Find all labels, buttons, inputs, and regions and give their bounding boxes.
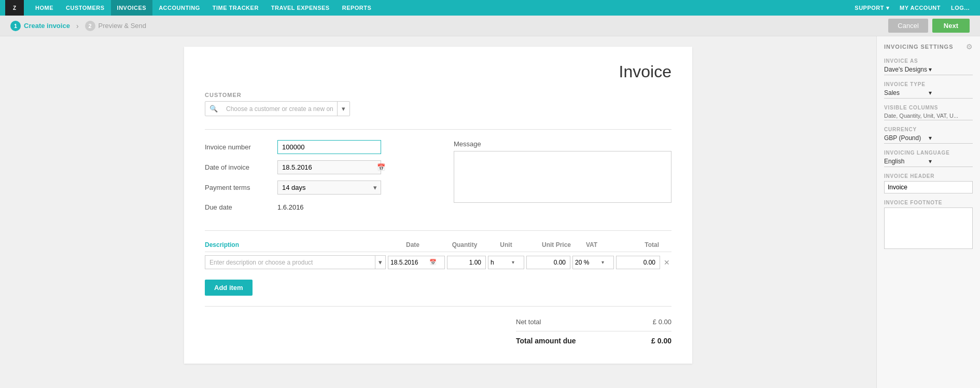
sidebar-invoice-as-arrow: ▾ xyxy=(929,66,973,73)
divider-1 xyxy=(205,129,671,130)
sidebar-currency-label: CURRENCY xyxy=(884,127,973,132)
divider-2 xyxy=(205,230,671,231)
col-header-quantity: Quantity xyxy=(441,241,488,248)
nav-travel-expenses[interactable]: TRAVEL EXPENSES xyxy=(265,0,336,16)
line-item-qty-input[interactable] xyxy=(447,256,486,269)
invoice-number-row: Invoice number xyxy=(205,140,423,154)
customer-section-label: CUSTOMER xyxy=(205,92,671,98)
step-1-number: 1 xyxy=(10,21,21,31)
step-1-label: Create invoice xyxy=(24,22,70,30)
line-item-delete-button[interactable]: ✕ xyxy=(662,257,671,268)
line-item-vat-wrap: 20 % 0 % 5 % ▾ xyxy=(572,256,614,269)
line-item-desc-wrap: ▾ xyxy=(205,255,386,269)
step-2-number: 2 xyxy=(85,21,95,31)
payment-terms-label: Payment terms xyxy=(205,184,277,191)
invoice-title: Invoice xyxy=(205,62,671,81)
payment-terms-arrow: ▾ xyxy=(370,182,381,193)
sidebar-invoice-header-input[interactable] xyxy=(884,181,973,193)
sidebar-header: INVOICING SETTINGS ⚙ xyxy=(884,43,973,51)
nav-customers[interactable]: CUSTOMERS xyxy=(60,0,111,16)
payment-terms-row: Payment terms 14 days 30 days 60 days Du… xyxy=(205,181,423,195)
sidebar-currency-arrow: ▾ xyxy=(929,134,973,142)
sidebar-title: INVOICING SETTINGS xyxy=(884,44,954,50)
gear-icon[interactable]: ⚙ xyxy=(966,43,973,51)
invoice-number-input[interactable] xyxy=(277,140,381,154)
line-item-date-input[interactable] xyxy=(388,256,427,269)
line-item-total-input[interactable] xyxy=(616,256,660,269)
col-header-description: Description xyxy=(205,241,384,248)
col-header-vat: VAT xyxy=(571,241,612,248)
step-create-invoice[interactable]: 1 Create invoice xyxy=(10,21,70,31)
line-item-vat-select[interactable]: 20 % 0 % 5 % xyxy=(573,256,600,269)
step-preview-send[interactable]: 2 Preview & Send xyxy=(85,21,147,31)
sidebar-invoice-as-label: INVOICE AS xyxy=(884,58,973,64)
line-item-row: ▾ 📅 h pcs day ▾ xyxy=(205,255,671,269)
sidebar-visible-columns-label: VISIBLE COLUMNS xyxy=(884,105,973,110)
nav-home[interactable]: HOME xyxy=(29,0,60,16)
nav-time-tracker[interactable]: TIME TRACKER xyxy=(206,0,265,16)
stepper-actions: Cancel Next xyxy=(888,19,970,33)
due-date-value: 1.6.2016 xyxy=(277,201,304,214)
sidebar-invoice-footnote-label: INVOICE FOOTNOTE xyxy=(884,200,973,205)
net-total-value: £ 0.00 xyxy=(653,318,671,326)
net-total-label: Net total xyxy=(516,318,541,326)
line-items-section: Description Date Quantity Unit Unit Pric… xyxy=(205,241,671,348)
date-of-invoice-input[interactable] xyxy=(278,161,373,174)
col-header-unit-price: Unit Price xyxy=(524,241,571,248)
search-icon: 🔍 xyxy=(205,102,222,116)
nav-reports[interactable]: REPORTS xyxy=(336,0,378,16)
customer-input-wrapper: 🔍 ▾ xyxy=(205,101,350,116)
nav-logout[interactable]: LOG... xyxy=(946,0,975,16)
invoice-card: Invoice CUSTOMER 🔍 ▾ Invoice number xyxy=(184,47,692,364)
payment-terms-select[interactable]: 14 days 30 days 60 days Due on receipt xyxy=(278,181,370,194)
sidebar-invoice-header-label: INVOICE HEADER xyxy=(884,173,973,179)
line-item-desc-arrow[interactable]: ▾ xyxy=(375,256,385,269)
line-item-desc-input[interactable] xyxy=(205,256,375,269)
sidebar-invoice-footnote-textarea[interactable] xyxy=(884,207,973,249)
next-button[interactable]: Next xyxy=(932,19,970,33)
col-header-unit: Unit xyxy=(488,241,524,248)
add-item-button[interactable]: Add item xyxy=(205,280,253,296)
payment-terms-wrapper: 14 days 30 days 60 days Due on receipt ▾ xyxy=(277,181,381,195)
totals-table: Net total £ 0.00 Total amount due £ 0.00 xyxy=(516,315,671,348)
invoice-area: Invoice CUSTOMER 🔍 ▾ Invoice number xyxy=(0,36,876,388)
customer-dropdown-arrow[interactable]: ▾ xyxy=(337,102,349,116)
date-of-invoice-label: Date of invoice xyxy=(205,163,277,171)
stepper-bar: 1 Create invoice › 2 Preview & Send Canc… xyxy=(0,16,980,36)
due-date-row: Due date 1.6.2016 xyxy=(205,201,423,214)
sidebar-invoice-footnote: INVOICE FOOTNOTE xyxy=(884,200,973,251)
sidebar-invoice-type-value: Sales xyxy=(884,89,929,96)
message-label: Message xyxy=(454,140,671,148)
nav-my-account[interactable]: MY ACCOUNT xyxy=(894,0,946,16)
stepper: 1 Create invoice › 2 Preview & Send xyxy=(10,21,146,31)
sidebar-invoice-header: INVOICE HEADER xyxy=(884,173,973,193)
col-header-total: Total xyxy=(612,241,659,248)
line-item-uprice-input[interactable] xyxy=(526,256,570,269)
step-2-label: Preview & Send xyxy=(99,22,147,30)
top-nav: Z HOME CUSTOMERS INVOICES ACCOUNTING TIM… xyxy=(0,0,980,16)
sidebar-currency-wrap[interactable]: GBP (Pound) ▾ xyxy=(884,134,973,144)
sidebar-invoice-as-wrap[interactable]: Dave's Designs ▾ xyxy=(884,66,973,75)
sidebar-invoice-type: INVOICE TYPE Sales ▾ xyxy=(884,81,973,99)
line-item-unit-select[interactable]: h pcs day xyxy=(488,256,510,269)
nav-support[interactable]: SUPPORT ▾ xyxy=(849,0,894,16)
invoice-number-label: Invoice number xyxy=(205,143,277,151)
nav-accounting[interactable]: ACCOUNTING xyxy=(152,0,206,16)
nav-invoices[interactable]: INVOICES xyxy=(111,0,153,16)
line-item-date-wrap: 📅 xyxy=(388,256,445,269)
line-item-unit-wrap: h pcs day ▾ xyxy=(488,256,524,269)
sidebar-currency-value: GBP (Pound) xyxy=(884,134,929,142)
nav-right: SUPPORT ▾ MY ACCOUNT LOG... xyxy=(849,0,975,16)
customer-input[interactable] xyxy=(222,102,337,116)
form-fields-row: Invoice number Date of invoice 📅 Payment xyxy=(205,140,671,220)
sidebar-invoice-type-wrap[interactable]: Sales ▾ xyxy=(884,89,973,99)
calendar-icon[interactable]: 📅 xyxy=(373,161,389,173)
line-item-calendar-icon[interactable]: 📅 xyxy=(427,257,439,268)
sidebar-invoicing-language-wrap[interactable]: English ▾ xyxy=(884,158,973,167)
right-sidebar: INVOICING SETTINGS ⚙ INVOICE AS Dave's D… xyxy=(876,36,980,388)
col-header-date: Date xyxy=(384,241,441,248)
total-due-label: Total amount due xyxy=(516,337,576,345)
message-textarea[interactable] xyxy=(454,151,671,203)
cancel-button[interactable]: Cancel xyxy=(888,19,928,33)
line-items-header: Description Date Quantity Unit Unit Pric… xyxy=(205,241,671,252)
